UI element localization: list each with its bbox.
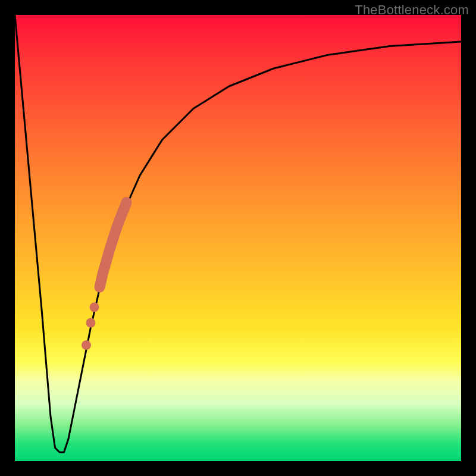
- curve-svg: [15, 15, 461, 461]
- bottleneck-curve-path: [15, 15, 461, 452]
- plot-area: [15, 15, 461, 461]
- highlight-dot: [82, 340, 91, 350]
- highlight-segment-path: [100, 202, 127, 287]
- highlight-segment: [100, 202, 127, 287]
- highlight-dot: [86, 318, 96, 328]
- highlight-dot: [90, 302, 99, 312]
- highlight-dots: [82, 302, 99, 350]
- chart-frame: TheBottleneck.com: [0, 0, 476, 476]
